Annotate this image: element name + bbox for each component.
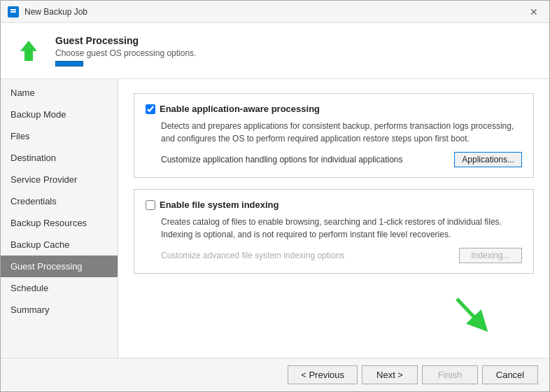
app-aware-row-label: Customize application handling options f… [161, 155, 403, 164]
svg-rect-2 [10, 9, 16, 10]
indexing-checkbox[interactable] [146, 200, 155, 210]
svg-marker-3 [20, 41, 37, 61]
sidebar-item-credentials[interactable]: Credentials [1, 190, 118, 212]
sidebar-item-name[interactable]: Name [1, 82, 118, 104]
title-bar: New Backup Job ✕ [1, 1, 549, 23]
header-text: Guest Processing Choose guest OS process… [55, 35, 196, 66]
sidebar-item-backup-cache[interactable]: Backup Cache [1, 234, 118, 255]
app-aware-row: Customize application handling options f… [161, 152, 522, 167]
sidebar: Name Backup Mode Files Destination Servi… [1, 79, 118, 358]
app-aware-checkbox[interactable] [146, 104, 155, 114]
finish-button[interactable]: Finish [422, 365, 478, 384]
sidebar-item-destination[interactable]: Destination [1, 147, 118, 169]
app-icon [8, 6, 19, 18]
header-title: Guest Processing [55, 35, 196, 46]
svg-line-5 [457, 299, 481, 324]
cancel-button[interactable]: Cancel [482, 365, 538, 384]
indexing-section: Enable file system indexing Creates cata… [134, 189, 534, 274]
window-title: New Backup Job [24, 7, 87, 17]
header-subtitle: Choose guest OS processing options. [55, 48, 196, 58]
sidebar-item-backup-mode[interactable]: Backup Mode [1, 104, 118, 125]
indexing-description: Creates catalog of files to enable brows… [161, 216, 522, 241]
applications-button[interactable]: Applications... [454, 152, 522, 167]
svg-rect-1 [10, 11, 16, 13]
app-aware-header: Enable application-aware processing [146, 104, 522, 114]
indexing-header: Enable file system indexing [146, 200, 522, 210]
main-content: Enable application-aware processing Dete… [118, 79, 549, 358]
footer: < Previous Next > Finish Cancel [1, 358, 549, 391]
main-window: New Backup Job ✕ Guest Processing Choose… [0, 0, 550, 392]
sidebar-item-backup-resources[interactable]: Backup Resources [1, 212, 118, 234]
header: Guest Processing Choose guest OS process… [1, 23, 549, 79]
indexing-row-label: Customize advanced file system indexing … [161, 251, 344, 260]
title-bar-left: New Backup Job [8, 6, 87, 18]
sidebar-item-service-provider[interactable]: Service Provider [1, 169, 118, 190]
indexing-button[interactable]: Indexing... [459, 248, 522, 263]
header-bar [55, 61, 83, 66]
previous-button[interactable]: < Previous [288, 365, 358, 384]
indexing-title: Enable file system indexing [160, 200, 279, 210]
indexing-label[interactable]: Enable file system indexing [146, 200, 279, 210]
indexing-row: Customize advanced file system indexing … [161, 248, 522, 263]
sidebar-item-files[interactable]: Files [1, 125, 118, 147]
sidebar-item-schedule[interactable]: Schedule [1, 277, 118, 299]
green-arrow-icon [450, 292, 492, 334]
app-aware-description: Detects and prepares applications for co… [161, 120, 522, 145]
next-button[interactable]: Next > [362, 365, 418, 384]
green-arrow-area [134, 285, 534, 334]
app-aware-title: Enable application-aware processing [160, 104, 320, 114]
close-button[interactable]: ✕ [526, 5, 542, 19]
body: Name Backup Mode Files Destination Servi… [1, 79, 549, 358]
app-aware-section: Enable application-aware processing Dete… [134, 93, 534, 178]
app-aware-label[interactable]: Enable application-aware processing [146, 104, 320, 114]
sidebar-item-guest-processing[interactable]: Guest Processing [1, 255, 118, 277]
sidebar-item-summary[interactable]: Summary [1, 299, 118, 321]
header-icon [12, 34, 45, 68]
